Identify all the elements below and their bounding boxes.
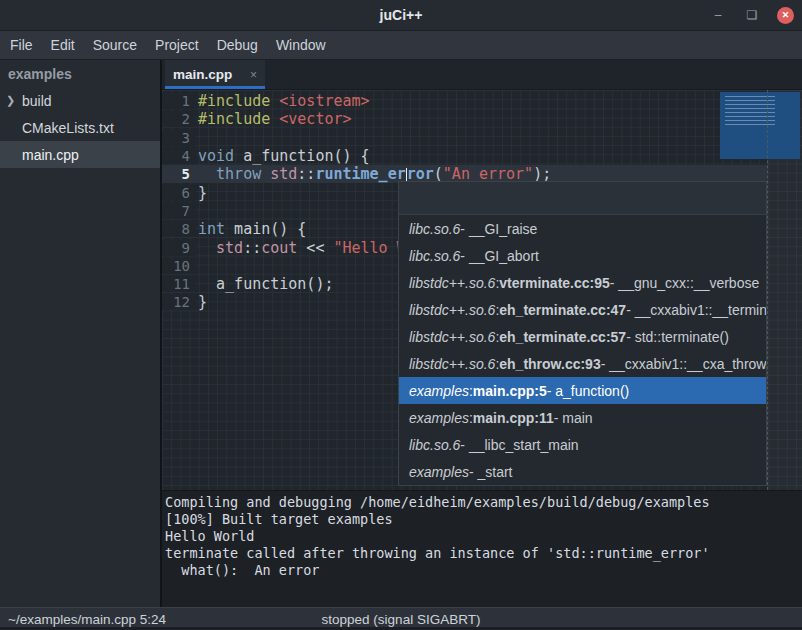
line-number: 9 xyxy=(162,240,196,256)
frame-module: examples xyxy=(409,464,469,480)
backtrace-frame[interactable]: examples:main.cpp:5 - a_function() xyxy=(399,377,766,404)
terminal-line: what(): An error xyxy=(165,562,802,579)
code-token: <iostream> xyxy=(279,92,369,110)
backtrace-frame[interactable]: libstdc++.so.6:eh_throw.cc:93 - __cxxabi… xyxy=(399,350,766,377)
frame-function: - __GI_raise xyxy=(460,221,537,237)
line-number: 4 xyxy=(162,148,196,164)
frame-file-line: vterminate.cc:95 xyxy=(499,275,610,291)
menu-item-file[interactable]: File xyxy=(1,32,42,59)
code-token: a_function(); xyxy=(198,275,333,293)
tree-item-label: build xyxy=(22,93,52,109)
line-number: 8 xyxy=(162,221,196,237)
frame-module: examples xyxy=(409,383,469,399)
tab-close-icon[interactable]: × xyxy=(250,68,257,82)
code-line-text: a_function(); xyxy=(196,275,333,293)
code-token: cout xyxy=(261,239,297,257)
frame-function: - main xyxy=(554,410,593,426)
code-line[interactable]: 2#include <vector> xyxy=(162,110,802,128)
code-editor[interactable]: 1#include <iostream>2#include <vector>34… xyxy=(162,90,802,490)
line-number: 12 xyxy=(162,294,196,310)
file-tree-sidebar: examples ❯buildCMakeLists.txtmain.cpp xyxy=(0,60,162,607)
code-token: } xyxy=(198,293,207,311)
code-line[interactable]: 4void a_function() { xyxy=(162,147,802,165)
tree-item-cmakelists-txt[interactable]: CMakeLists.txt xyxy=(0,114,160,141)
menu-bar: FileEditSourceProjectDebugWindow xyxy=(0,31,802,60)
code-token: std xyxy=(216,239,243,257)
code-token: #include xyxy=(198,92,270,110)
line-number: 7 xyxy=(162,203,196,219)
tree-item-main-cpp[interactable]: main.cpp xyxy=(0,141,160,168)
code-token: #include xyxy=(198,110,270,128)
menu-item-project[interactable]: Project xyxy=(146,32,208,59)
terminal-line: Hello World xyxy=(165,528,802,545)
frame-function: - a_function() xyxy=(547,383,629,399)
code-token: a_function() { xyxy=(234,147,369,165)
window-title: juCi++ xyxy=(380,7,423,23)
frame-file-line: main.cpp:5 xyxy=(473,383,547,399)
line-number: 5 xyxy=(162,166,196,182)
backtrace-frame[interactable]: examples - _start xyxy=(399,458,766,485)
code-token xyxy=(270,92,279,110)
backtrace-frame[interactable]: examples:main.cpp:11 - main xyxy=(399,404,766,431)
backtrace-frame[interactable]: libc.so.6 - __GI_abort xyxy=(399,242,766,269)
frame-module: libstdc++.so.6 xyxy=(409,302,495,318)
close-icon[interactable]: ✕ xyxy=(777,7,794,24)
tab-main-cpp[interactable]: main.cpp × xyxy=(165,60,265,89)
chevron-right-icon[interactable]: ❯ xyxy=(6,94,20,107)
menu-item-source[interactable]: Source xyxy=(84,32,146,59)
frame-module: libstdc++.so.6 xyxy=(409,275,495,291)
line-number: 2 xyxy=(162,111,196,127)
code-token: :: xyxy=(243,239,261,257)
code-line-text: void a_function() { xyxy=(196,147,370,165)
frame-module: libstdc++.so.6 xyxy=(409,356,495,372)
restore-icon[interactable]: ❏ xyxy=(743,6,761,24)
terminal-line: terminate called after throwing an insta… xyxy=(165,545,802,562)
tree-item-label: CMakeLists.txt xyxy=(22,120,114,136)
titlebar[interactable]: juCi++ – ❏ ✕ xyxy=(0,0,802,31)
status-debug-state: stopped (signal SIGABRT) xyxy=(0,612,802,627)
backtrace-frame[interactable]: libc.so.6 - __libc_start_main xyxy=(399,431,766,458)
code-line[interactable]: 1#include <iostream> xyxy=(162,92,802,110)
menu-item-window[interactable]: Window xyxy=(267,32,335,59)
main-panel: main.cpp × 1#include <iostream>2#include… xyxy=(162,60,802,607)
frame-function: - __libc_start_main xyxy=(460,437,578,453)
code-token: void xyxy=(198,147,234,165)
backtrace-popup-header xyxy=(399,182,766,215)
status-bar: ~/examples/main.cpp 5:24 stopped (signal… xyxy=(0,607,802,630)
frame-function: - __GI_abort xyxy=(460,248,539,264)
frame-file-line: eh_terminate.cc:47 xyxy=(499,302,626,318)
backtrace-frame[interactable]: libstdc++.so.6:eh_terminate.cc:57 - std:… xyxy=(399,323,766,350)
frame-module: libc.so.6 xyxy=(409,248,460,264)
tree-item-build[interactable]: ❯build xyxy=(0,87,160,114)
code-token: int xyxy=(198,220,225,238)
code-token: runtime_er xyxy=(315,165,405,183)
project-name-header: examples xyxy=(0,60,160,87)
backtrace-popup: libc.so.6 - __GI_raiselibc.so.6 - __GI_a… xyxy=(398,181,767,486)
code-token: throw xyxy=(216,165,261,183)
line-number: 1 xyxy=(162,93,196,109)
frame-function: - std::terminate() xyxy=(626,329,729,345)
backtrace-frame[interactable]: libc.so.6 - __GI_raise xyxy=(399,215,766,242)
overview-minimap[interactable] xyxy=(720,92,800,159)
tree-item-label: main.cpp xyxy=(22,147,79,163)
tab-label: main.cpp xyxy=(173,67,232,82)
frame-module: libc.so.6 xyxy=(409,437,460,453)
code-token: << xyxy=(297,239,333,257)
content-area: examples ❯buildCMakeLists.txtmain.cpp ma… xyxy=(0,60,802,607)
line-number: 6 xyxy=(162,185,196,201)
backtrace-frame[interactable]: libstdc++.so.6:eh_terminate.cc:47 - __cx… xyxy=(399,296,766,323)
line-number: 10 xyxy=(162,258,196,274)
output-terminal[interactable]: Compiling and debugging /home/eidheim/ex… xyxy=(162,490,802,607)
minimize-icon[interactable]: – xyxy=(709,6,727,24)
frame-function: - __gnu_cxx::__verbose xyxy=(610,275,759,291)
code-line-text: } xyxy=(196,293,207,311)
menu-item-debug[interactable]: Debug xyxy=(208,32,267,59)
backtrace-frame[interactable]: libstdc++.so.6:vterminate.cc:95 - __gnu_… xyxy=(399,269,766,296)
frame-function: - __cxxabiv1::__termina xyxy=(626,302,766,318)
code-token: "Hello W xyxy=(333,239,405,257)
app-window: juCi++ – ❏ ✕ FileEditSourceProjectDebugW… xyxy=(0,0,802,630)
code-token xyxy=(198,239,216,257)
menu-item-edit[interactable]: Edit xyxy=(42,32,84,59)
code-line[interactable]: 3 xyxy=(162,129,802,147)
code-token: } xyxy=(198,184,207,202)
